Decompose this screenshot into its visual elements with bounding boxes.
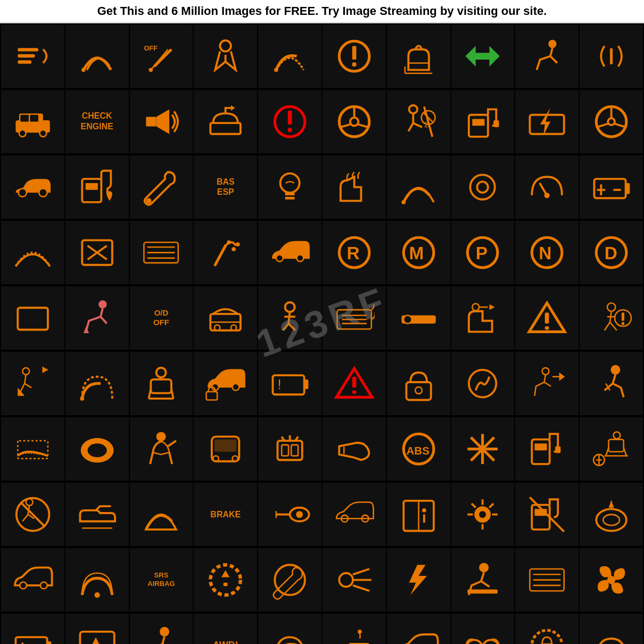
cell-r6c8 xyxy=(451,352,515,415)
svg-point-169 xyxy=(296,511,303,518)
cell-r3c2 xyxy=(65,155,129,219)
bugle-horn-icon xyxy=(334,428,375,469)
svg-point-153 xyxy=(480,445,486,452)
speedometer-icon xyxy=(526,167,567,208)
m-circle-icon: M xyxy=(398,232,439,273)
check-engine-text: CHECKENGINE xyxy=(81,111,113,133)
cell-r5c7 xyxy=(387,286,450,350)
horn-icon xyxy=(141,101,181,142)
cell-r2c9 xyxy=(515,90,579,153)
wiper-frame-icon xyxy=(12,298,53,338)
cell-r5c10 xyxy=(580,286,643,350)
svg-rect-25 xyxy=(288,111,292,125)
svg-rect-53 xyxy=(285,196,295,199)
cell-r1c7 xyxy=(387,24,450,88)
svg-text:D: D xyxy=(605,243,617,263)
cell-r10c7 xyxy=(387,614,450,644)
svg-line-44 xyxy=(597,123,608,127)
cell-r3c4: BASESP xyxy=(194,155,257,219)
n-circle-icon: N xyxy=(526,232,567,273)
svg-point-50 xyxy=(146,198,152,203)
airbag-off-icon: 2 xyxy=(398,101,439,142)
triangle-warning-icon xyxy=(526,298,567,338)
snowflake-icon xyxy=(462,428,503,469)
wiper-simple-icon xyxy=(591,625,632,644)
cell-r10c4: AWD! xyxy=(194,614,257,644)
cell-r6c1 xyxy=(1,352,64,415)
cell-r8c4: BRAKE xyxy=(194,483,257,546)
svg-point-131 xyxy=(610,365,620,375)
svg-point-56 xyxy=(477,181,489,193)
svg-point-90 xyxy=(231,325,236,330)
cell-r7c8 xyxy=(451,417,515,481)
cell-r9c7 xyxy=(387,548,450,612)
cell-r2c2: CHECKENGINE xyxy=(65,90,129,153)
red-triangle-icon xyxy=(334,363,375,404)
cell-r9c6 xyxy=(323,548,386,612)
cell-r1c1 xyxy=(1,24,64,88)
cell-r3c10 xyxy=(580,155,643,219)
cell-r10c6 xyxy=(323,614,386,644)
recline-red-icon xyxy=(77,298,118,338)
oil-can-icon xyxy=(77,494,118,535)
svg-point-57 xyxy=(544,193,550,198)
svg-marker-194 xyxy=(221,570,229,577)
svg-point-55 xyxy=(470,175,495,199)
steering-wheel-icon xyxy=(334,101,375,142)
svg-point-72 xyxy=(236,242,240,246)
cell-r3c8 xyxy=(451,155,515,219)
car-overhead-icon xyxy=(205,428,246,469)
svg-rect-132 xyxy=(18,441,48,458)
steering-wheel2-icon xyxy=(591,101,632,142)
svg-point-32 xyxy=(409,105,417,113)
rear-defroster2-icon xyxy=(526,559,567,600)
child-seat-icon xyxy=(141,363,181,404)
cell-r2c10 xyxy=(580,90,643,153)
cell-r3c9 xyxy=(515,155,579,219)
svg-line-163 xyxy=(20,502,45,526)
svg-point-174 xyxy=(422,508,426,513)
svg-line-182 xyxy=(490,503,494,508)
svg-rect-158 xyxy=(608,439,623,451)
person-car-icon xyxy=(269,298,310,338)
svg-line-31 xyxy=(358,125,368,127)
svg-point-51 xyxy=(280,174,300,193)
svg-rect-58 xyxy=(594,179,625,198)
cell-r1c2 xyxy=(65,24,129,88)
seat-position-icon xyxy=(141,625,181,644)
cell-r4c8: P xyxy=(451,221,515,284)
warning-light-icon xyxy=(462,494,503,535)
child-seat-car-icon xyxy=(591,428,632,469)
cell-r8c10 xyxy=(580,483,643,546)
svg-marker-129 xyxy=(559,373,565,381)
cell-r4c7: M xyxy=(387,221,450,284)
awd-text: AWD! xyxy=(213,640,238,644)
cell-r8c9 xyxy=(515,483,579,546)
svg-point-17 xyxy=(19,130,26,137)
cell-r8c8 xyxy=(451,483,515,546)
svg-text:OFF: OFF xyxy=(144,44,158,52)
svg-rect-85 xyxy=(18,308,48,329)
goggles-icon xyxy=(462,625,503,644)
svg-point-73 xyxy=(276,254,283,261)
cell-r10c3 xyxy=(130,614,193,644)
traction-control-icon xyxy=(462,363,503,404)
svg-rect-39 xyxy=(494,120,499,127)
cell-r2c3 xyxy=(130,90,193,153)
car-lock-icon xyxy=(205,363,246,404)
svg-rect-195 xyxy=(224,583,228,586)
svg-point-164 xyxy=(26,499,33,506)
cell-r5c4 xyxy=(194,286,257,350)
battery-warning-icon: ! xyxy=(269,363,310,404)
svg-line-181 xyxy=(472,503,476,508)
svg-text:N: N xyxy=(539,243,551,263)
arrows-icon xyxy=(462,36,503,77)
svg-point-7 xyxy=(274,68,278,72)
svg-point-107 xyxy=(22,368,29,375)
battery-lightning-icon xyxy=(526,101,567,142)
signal-waves-icon xyxy=(591,36,632,77)
wipers-fan-icon xyxy=(77,559,118,600)
cell-r8c5 xyxy=(258,483,321,546)
svg-rect-106 xyxy=(622,322,624,325)
svg-point-188 xyxy=(603,514,620,525)
